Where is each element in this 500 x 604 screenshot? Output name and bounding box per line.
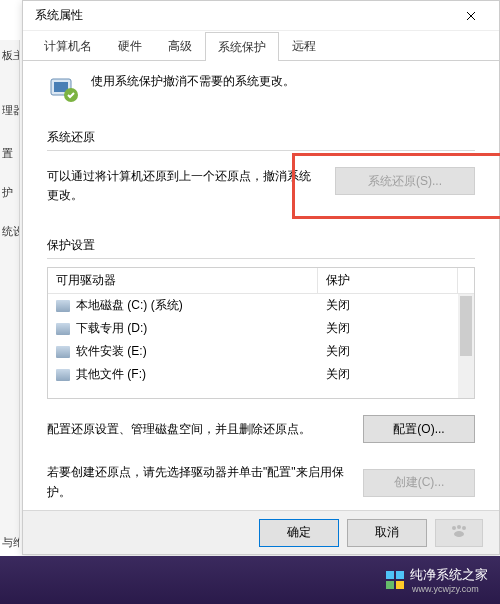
svg-point-6 bbox=[454, 531, 464, 537]
drive-icon bbox=[56, 300, 70, 312]
scrollbar[interactable] bbox=[458, 294, 474, 398]
drive-protection: 关闭 bbox=[326, 343, 466, 360]
divider bbox=[47, 150, 475, 151]
create-description: 若要创建还原点，请先选择驱动器并单击"配置"来启用保护。 bbox=[47, 463, 347, 501]
column-header-spacer bbox=[458, 268, 474, 293]
drive-icon bbox=[56, 323, 70, 335]
drive-name: 本地磁盘 (C:) (系统) bbox=[76, 297, 183, 314]
configure-description: 配置还原设置、管理磁盘空间，并且删除还原点。 bbox=[47, 420, 347, 439]
drive-name: 软件安装 (E:) bbox=[76, 343, 147, 360]
paw-icon bbox=[449, 524, 469, 538]
cancel-button[interactable]: 取消 bbox=[347, 519, 427, 547]
restore-row: 可以通过将计算机还原到上一个还原点，撤消系统更改。 系统还原(S)... bbox=[47, 167, 475, 205]
watermark: 纯净系统之家 www.ycwjzy.com bbox=[386, 566, 488, 594]
intro-row: 使用系统保护撤消不需要的系统更改。 bbox=[47, 73, 475, 105]
bg-item: 护 bbox=[0, 177, 19, 208]
svg-point-4 bbox=[457, 525, 461, 529]
table-row[interactable]: 下载专用 (D:) 关闭 bbox=[48, 317, 474, 340]
dialog-content: 使用系统保护撤消不需要的系统更改。 系统还原 可以通过将计算机还原到上一个还原点… bbox=[23, 61, 499, 534]
watermark-strip: 纯净系统之家 www.ycwjzy.com bbox=[0, 556, 500, 604]
protection-settings-section-title: 保护设置 bbox=[47, 237, 475, 254]
system-properties-dialog: 系统属性 计算机名 硬件 高级 系统保护 远程 使用系统保护撤消不需要的系统更改… bbox=[22, 0, 500, 555]
bg-item: 理器 bbox=[0, 95, 19, 126]
background-sidebar: 板主 理器 置 护 统设 与维 bbox=[0, 40, 20, 540]
watermark-brand: 纯净系统之家 bbox=[410, 566, 488, 584]
scroll-thumb[interactable] bbox=[460, 296, 472, 356]
system-restore-section-title: 系统还原 bbox=[47, 129, 475, 146]
drive-icon bbox=[56, 346, 70, 358]
create-button[interactable]: 创建(C)... bbox=[363, 469, 475, 497]
watermark-url: www.ycwjzy.com bbox=[412, 584, 488, 594]
svg-point-3 bbox=[452, 526, 456, 530]
svg-point-5 bbox=[462, 526, 466, 530]
bg-item: 与维 bbox=[0, 527, 19, 558]
tab-bar: 计算机名 硬件 高级 系统保护 远程 bbox=[23, 31, 499, 61]
tab-system-protection[interactable]: 系统保护 bbox=[205, 32, 279, 61]
drive-icon bbox=[56, 369, 70, 381]
drive-protection: 关闭 bbox=[326, 297, 466, 314]
drive-protection: 关闭 bbox=[326, 366, 466, 383]
titlebar: 系统属性 bbox=[23, 1, 499, 31]
tab-hardware[interactable]: 硬件 bbox=[105, 31, 155, 60]
intro-text: 使用系统保护撤消不需要的系统更改。 bbox=[91, 73, 295, 90]
apply-button[interactable] bbox=[435, 519, 483, 547]
tab-advanced[interactable]: 高级 bbox=[155, 31, 205, 60]
bg-item: 统设 bbox=[0, 216, 19, 247]
restore-description: 可以通过将计算机还原到上一个还原点，撤消系统更改。 bbox=[47, 167, 319, 205]
watermark-logo-icon bbox=[386, 571, 404, 589]
bg-item: 板主 bbox=[0, 40, 19, 71]
dialog-title: 系统属性 bbox=[35, 7, 83, 24]
drive-protection: 关闭 bbox=[326, 320, 466, 337]
drive-name: 其他文件 (F:) bbox=[76, 366, 146, 383]
ok-button[interactable]: 确定 bbox=[259, 519, 339, 547]
drive-table-header: 可用驱动器 保护 bbox=[48, 268, 474, 294]
table-row[interactable]: 软件安装 (E:) 关闭 bbox=[48, 340, 474, 363]
drive-table-body[interactable]: 本地磁盘 (C:) (系统) 关闭 下载专用 (D:) 关闭 软件安装 (E:)… bbox=[48, 294, 474, 398]
column-header-protection[interactable]: 保护 bbox=[318, 268, 458, 293]
drive-table: 可用驱动器 保护 本地磁盘 (C:) (系统) 关闭 下载专用 (D:) 关闭 … bbox=[47, 267, 475, 399]
table-row[interactable]: 其他文件 (F:) 关闭 bbox=[48, 363, 474, 386]
dialog-footer: 确定 取消 bbox=[23, 510, 499, 554]
system-restore-button[interactable]: 系统还原(S)... bbox=[335, 167, 475, 195]
column-header-drive[interactable]: 可用驱动器 bbox=[48, 268, 318, 293]
divider bbox=[47, 258, 475, 259]
tab-remote[interactable]: 远程 bbox=[279, 31, 329, 60]
create-row: 若要创建还原点，请先选择驱动器并单击"配置"来启用保护。 创建(C)... bbox=[47, 463, 475, 501]
table-row[interactable]: 本地磁盘 (C:) (系统) 关闭 bbox=[48, 294, 474, 317]
close-icon bbox=[466, 11, 476, 21]
configure-button[interactable]: 配置(O)... bbox=[363, 415, 475, 443]
configure-row: 配置还原设置、管理磁盘空间，并且删除还原点。 配置(O)... bbox=[47, 415, 475, 443]
drive-name: 下载专用 (D:) bbox=[76, 320, 147, 337]
tab-computer-name[interactable]: 计算机名 bbox=[31, 31, 105, 60]
system-protection-icon bbox=[47, 73, 79, 105]
close-button[interactable] bbox=[451, 2, 491, 30]
bg-item: 置 bbox=[0, 138, 19, 169]
